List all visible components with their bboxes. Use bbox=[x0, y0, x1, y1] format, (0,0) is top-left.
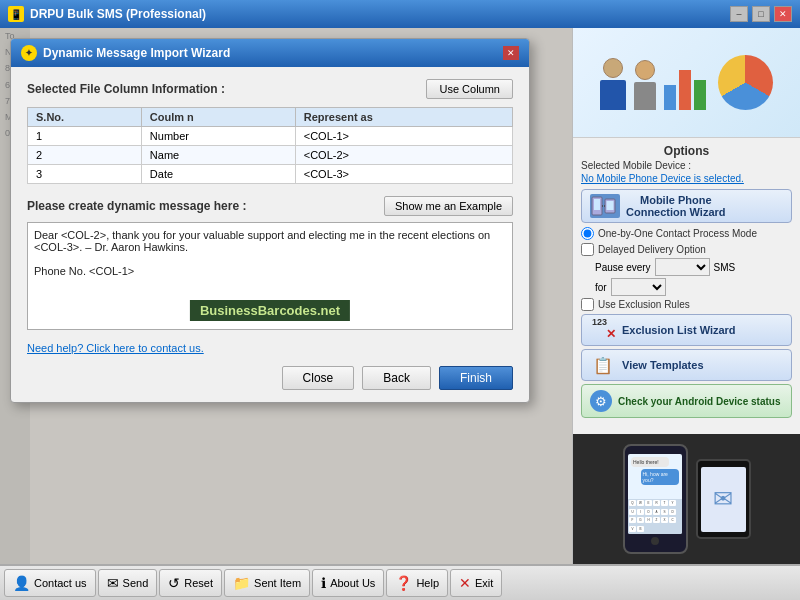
svg-rect-1 bbox=[594, 199, 600, 210]
table-header-column: Coulm n bbox=[141, 108, 295, 127]
mobile-connection-wizard-button[interactable]: Mobile PhoneConnection Wizard bbox=[581, 189, 792, 223]
right-sidebar: Options Selected Mobile Device : No Mobi… bbox=[572, 28, 800, 564]
exclusion-rules-checkbox[interactable] bbox=[581, 298, 594, 311]
table-cell-represent: <COL-2> bbox=[295, 146, 512, 165]
table-cell-column: Name bbox=[141, 146, 295, 165]
help-button[interactable]: ❓ Help bbox=[386, 569, 448, 597]
table-cell-sno: 3 bbox=[28, 165, 142, 184]
message-section-header: Please create dynamic message here : Sho… bbox=[27, 196, 513, 216]
maximize-button[interactable]: □ bbox=[752, 6, 770, 22]
phone-preview: Hello there! Hi, how are you? QWE RTY UI… bbox=[573, 434, 800, 564]
person-figure-2 bbox=[634, 60, 656, 110]
person-figure-1 bbox=[600, 58, 626, 110]
delayed-delivery-option: Delayed Delivery Option bbox=[581, 243, 792, 256]
wizard-body: Selected File Column Information : Use C… bbox=[11, 67, 529, 402]
finish-button[interactable]: Finish bbox=[439, 366, 513, 390]
pie-chart bbox=[718, 55, 773, 110]
for-label: for bbox=[595, 282, 607, 293]
show-example-button[interactable]: Show me an Example bbox=[384, 196, 513, 216]
view-templates-label: View Templates bbox=[622, 359, 704, 371]
help-link[interactable]: Need help? Click here to contact us. bbox=[27, 342, 204, 354]
main-content: To N 86 62 78 Me 0 C ✦ Dynamic Message I… bbox=[0, 28, 800, 564]
sent-item-icon: 📁 bbox=[233, 575, 250, 591]
person-head-1 bbox=[603, 58, 623, 78]
send-icon: ✉ bbox=[107, 575, 119, 591]
app-icon: 📱 bbox=[8, 6, 24, 22]
delayed-delivery-checkbox[interactable] bbox=[581, 243, 594, 256]
phone-keyboard: QWE RTY UIO ASD FGH ZXC VB bbox=[628, 499, 682, 534]
biz-graphic bbox=[592, 47, 781, 118]
about-icon: ℹ bbox=[321, 575, 326, 591]
contact-us-icon: 👤 bbox=[13, 575, 30, 591]
tablet-shape: ✉ bbox=[696, 459, 751, 539]
wizard-title: Dynamic Message Import Wizard bbox=[43, 46, 230, 60]
column-table: S.No. Coulm n Represent as 1 Number <COL… bbox=[27, 107, 513, 184]
contact-process-mode-option: One-by-One Contact Process Mode bbox=[581, 227, 792, 240]
reset-button[interactable]: ↺ Reset bbox=[159, 569, 222, 597]
use-column-button[interactable]: Use Column bbox=[426, 79, 513, 99]
reset-label: Reset bbox=[184, 577, 213, 589]
bar-2 bbox=[679, 70, 691, 110]
bar-1 bbox=[664, 85, 676, 110]
options-panel: Options Selected Mobile Device : No Mobi… bbox=[573, 138, 800, 434]
person-body-1 bbox=[600, 80, 626, 110]
person-head-2 bbox=[635, 60, 655, 80]
about-button[interactable]: ℹ About Us bbox=[312, 569, 384, 597]
message-section-title: Please create dynamic message here : bbox=[27, 199, 246, 213]
table-header-represent: Represent as bbox=[295, 108, 512, 127]
android-device-button[interactable]: ⚙ Check your Android Device status bbox=[581, 384, 792, 418]
templates-icon: 📋 bbox=[590, 354, 616, 376]
contact-us-button[interactable]: 👤 Contact us bbox=[4, 569, 96, 597]
help-label: Help bbox=[416, 577, 439, 589]
pause-label: Pause every bbox=[595, 262, 651, 273]
back-button[interactable]: Back bbox=[362, 366, 431, 390]
sent-item-label: Sent Item bbox=[254, 577, 301, 589]
reset-icon: ↺ bbox=[168, 575, 180, 591]
table-row: 3 Date <COL-3> bbox=[28, 165, 513, 184]
help-icon: ❓ bbox=[395, 575, 412, 591]
table-cell-column: Date bbox=[141, 165, 295, 184]
pause-select[interactable] bbox=[655, 258, 710, 276]
exit-icon: ✕ bbox=[459, 575, 471, 591]
bar-chart bbox=[664, 55, 706, 110]
phone-shape: Hello there! Hi, how are you? QWE RTY UI… bbox=[623, 444, 688, 554]
mobile-wizard-label: Mobile PhoneConnection Wizard bbox=[626, 194, 726, 218]
delayed-delivery-label: Delayed Delivery Option bbox=[598, 244, 706, 255]
close-dialog-button[interactable]: Close bbox=[282, 366, 355, 390]
minimize-button[interactable]: – bbox=[730, 6, 748, 22]
sms-label: SMS bbox=[714, 262, 736, 273]
exclusion-icon-container: 123 ✕ bbox=[590, 319, 616, 341]
for-row: for bbox=[595, 278, 792, 296]
close-button[interactable]: ✕ bbox=[774, 6, 792, 22]
phone-home-button bbox=[651, 537, 659, 545]
send-button[interactable]: ✉ Send bbox=[98, 569, 158, 597]
exclusion-wizard-button[interactable]: 123 ✕ Exclusion List Wizard bbox=[581, 314, 792, 346]
exclusion-wizard-label: Exclusion List Wizard bbox=[622, 324, 736, 336]
bar-3 bbox=[694, 80, 706, 110]
selected-device-label: Selected Mobile Device : bbox=[581, 160, 792, 171]
contact-process-radio[interactable] bbox=[581, 227, 594, 240]
sidebar-image bbox=[573, 28, 800, 138]
tablet-screen: ✉ bbox=[701, 467, 746, 532]
view-templates-button[interactable]: 📋 View Templates bbox=[581, 349, 792, 381]
message-textarea[interactable]: Dear <COL-2>, thank you for your valuabl… bbox=[27, 222, 513, 330]
table-cell-represent: <COL-1> bbox=[295, 127, 512, 146]
table-header-sno: S.No. bbox=[28, 108, 142, 127]
table-cell-represent: <COL-3> bbox=[295, 165, 512, 184]
dialog-overlay: ✦ Dynamic Message Import Wizard ✕ Select… bbox=[0, 28, 572, 564]
taskbar: 👤 Contact us ✉ Send ↺ Reset 📁 Sent Item … bbox=[0, 564, 800, 600]
wizard-close-button[interactable]: ✕ bbox=[503, 46, 519, 60]
for-select[interactable] bbox=[611, 278, 666, 296]
wizard-icon: ✦ bbox=[21, 45, 37, 61]
exclusion-rules-label: Use Exclusion Rules bbox=[598, 299, 690, 310]
phone-screen: Hello there! Hi, how are you? QWE RTY UI… bbox=[628, 454, 682, 534]
sent-item-button[interactable]: 📁 Sent Item bbox=[224, 569, 310, 597]
exit-button[interactable]: ✕ Exit bbox=[450, 569, 502, 597]
send-label: Send bbox=[123, 577, 149, 589]
wizard-dialog: ✦ Dynamic Message Import Wizard ✕ Select… bbox=[10, 38, 530, 403]
column-info-title: Selected File Column Information : bbox=[27, 82, 225, 96]
options-title: Options bbox=[581, 144, 792, 158]
table-cell-column: Number bbox=[141, 127, 295, 146]
window-controls: – □ ✕ bbox=[730, 6, 792, 22]
no-device-link[interactable]: No Mobile Phone Device is selected. bbox=[581, 173, 744, 184]
